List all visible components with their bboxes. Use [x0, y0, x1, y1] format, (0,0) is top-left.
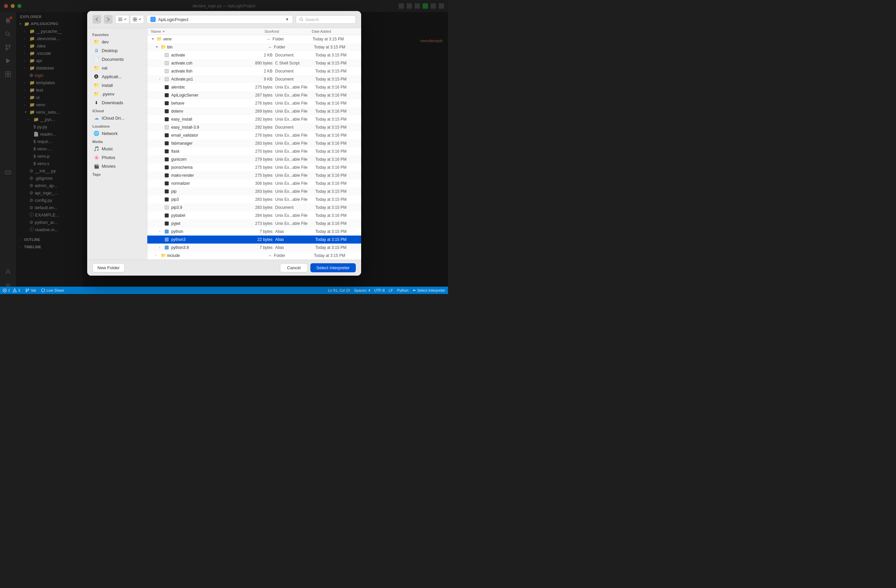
doc-icon-easy-install-39 [165, 125, 169, 129]
svg-point-26 [28, 289, 29, 290]
file-row-jsonschema[interactable]: jsonschema 275 bytes Unix Ex...able File… [147, 163, 361, 171]
doc-icon-activate [165, 53, 169, 57]
exec-icon-jsonschema [165, 165, 169, 169]
file-row-activate[interactable]: activate 2 KB Document Today at 3:15 PM [147, 51, 361, 59]
file-row-activate-csh[interactable]: activate.csh 890 bytes C Shell Script To… [147, 59, 361, 67]
sidebar-nav-downloads[interactable]: ⬇ Downloads [88, 98, 146, 107]
file-row-email-validator[interactable]: email_validator 276 bytes Unix Ex...able… [147, 131, 361, 139]
svg-point-25 [26, 289, 27, 290]
svg-line-21 [302, 20, 303, 21]
new-folder-button[interactable]: New Folder [93, 263, 125, 272]
sidebar-nav-install[interactable]: 📁 install [88, 81, 146, 90]
sidebar-nav-music[interactable]: 🎵 Music [88, 144, 146, 153]
folder-icon-dev: 📁 [94, 39, 99, 44]
doc-icon-activate-ps1 [165, 77, 169, 81]
sidebar-nav-movies[interactable]: 🎬 Movies [88, 162, 146, 171]
network-label: Network [102, 131, 118, 136]
location-text: ApiLogicProject [158, 17, 188, 22]
file-row-include[interactable]: › 📁 include -- Folder Today at 3:15 PM [147, 251, 361, 260]
grid-view-button[interactable] [130, 15, 144, 24]
nav-back-button[interactable] [93, 15, 101, 24]
chevron-venv: ▼ [151, 37, 155, 41]
file-row-dotenv[interactable]: dotenv 269 bytes Unix Ex...able File Tod… [147, 107, 361, 115]
sidebar-nav-pyenv[interactable]: 📁 .pyenv [88, 90, 146, 98]
file-row-easy-install-39[interactable]: easy_install-3.9 292 bytes Document Toda… [147, 123, 361, 131]
dialog-content: Favorites 📁 dev 🖥 Desktop 📄 Documents 📁 … [87, 28, 361, 260]
location-bar[interactable]: ApiLogicProject ▼ [147, 15, 293, 24]
status-errors[interactable]: ✕ 1 ! 3 [3, 288, 20, 292]
status-live-share[interactable]: Live Share [41, 288, 64, 292]
file-row-easy-install[interactable]: easy_install 292 bytes Unix Ex...able Fi… [147, 115, 361, 123]
file-row-bin[interactable]: ▼ 📁 bin -- Folder Today at 3:15 PM [147, 43, 361, 51]
exec-icon-alembic [165, 85, 169, 89]
svg-rect-16 [133, 17, 135, 19]
file-row-python[interactable]: › python 7 bytes Alias Today at 3:15 PM [147, 227, 361, 236]
column-date[interactable]: Date Added [312, 29, 357, 34]
search-box[interactable]: Search [296, 15, 356, 24]
svg-rect-18 [133, 20, 135, 21]
exec-icon-easy-install [165, 117, 169, 121]
favorites-title: Favorites [87, 31, 147, 37]
file-list-panel: Name Size Kind Date Added ▼ 📁 venv [147, 28, 361, 260]
list-view-button[interactable] [115, 15, 129, 24]
file-row-pip39[interactable]: pip3.9 283 bytes Document Today at 3:15 … [147, 203, 361, 212]
svg-point-20 [300, 18, 302, 20]
sidebar-nav-network[interactable]: 🌐 Network [88, 129, 146, 138]
file-row-apilogicserver[interactable]: ApiLogicServer 287 bytes Unix Ex...able … [147, 91, 361, 99]
view-toggle [115, 15, 144, 24]
sidebar-nav-dev[interactable]: 📁 dev [88, 37, 146, 46]
status-position[interactable]: Ln 91, Col 23 [328, 288, 350, 292]
status-line-ending[interactable]: LF [389, 288, 393, 292]
sidebar-nav-photos[interactable]: 🌸 Photos [88, 153, 146, 162]
file-row-python39[interactable]: › python3.9 7 bytes Alias Today at 3:15 … [147, 244, 361, 251]
file-row-pybabel[interactable]: pybabel 284 bytes Unix Ex...able File To… [147, 212, 361, 219]
doc-icon-activate-csh [165, 61, 169, 65]
locations-title: Locations [87, 122, 147, 129]
status-interpreter[interactable]: Select Interpreter [413, 288, 445, 292]
file-row-normalizer[interactable]: normalizer 306 bytes Unix Ex...able File… [147, 180, 361, 187]
status-branch[interactable]: Val [25, 288, 36, 292]
file-row-behave[interactable]: behave 276 bytes Unix Ex...able File Tod… [147, 99, 361, 107]
sidebar-nav-desktop[interactable]: 🖥 Desktop [88, 46, 146, 55]
status-encoding[interactable]: UTF-8 [374, 288, 384, 292]
sidebar-nav-documents[interactable]: 📄 Documents [88, 55, 146, 64]
exec-icon-flask [165, 149, 169, 153]
column-kind[interactable]: Kind [271, 29, 312, 34]
column-name[interactable]: Name [151, 29, 242, 34]
folder-icon-pyenv: 📁 [94, 91, 99, 96]
folder-icon-include: 📁 [161, 253, 166, 258]
file-row-venv[interactable]: ▼ 📁 venv -- Folder Today at 3:15 PM [147, 35, 361, 43]
file-row-python3[interactable]: python3 22 bytes Alias Today at 3:15 PM [147, 236, 361, 244]
file-row-mako-render[interactable]: mako-render 275 bytes Unix Ex...able Fil… [147, 171, 361, 180]
file-list-body: ▼ 📁 venv -- Folder Today at 3:15 PM ▼ 📁 [147, 35, 361, 260]
file-picker-dialog: ApiLogicProject ▼ Search Favorites 📁 dev… [87, 11, 361, 276]
file-row-flask[interactable]: flask 270 bytes Unix Ex...able File Toda… [147, 147, 361, 155]
folder-icon-desktop: 🖥 [94, 48, 99, 53]
doc-icon-pip39 [165, 206, 169, 209]
status-language[interactable]: Python [397, 288, 408, 292]
file-row-fabmanager[interactable]: fabmanager 283 bytes Unix Ex...able File… [147, 139, 361, 147]
alias-icon-python [165, 230, 169, 233]
cancel-button[interactable]: Cancel [280, 263, 307, 272]
select-interpreter-button[interactable]: Select Interpreter [310, 263, 356, 272]
column-size[interactable]: Size [242, 29, 271, 34]
alias-icon-python39 [165, 245, 169, 250]
sidebar-nav-val[interactable]: 📁 val [88, 64, 146, 72]
alias-icon-python3 [165, 238, 169, 242]
file-row-pip[interactable]: pip 283 bytes Unix Ex...able File Today … [147, 187, 361, 195]
file-row-activate-fish[interactable]: activate.fish 2 KB Document Today at 3:1… [147, 67, 361, 75]
file-row-pyjwt[interactable]: pyjwt 273 bytes Unix Ex...able File Toda… [147, 219, 361, 227]
svg-rect-17 [135, 17, 137, 19]
search-placeholder: Search [305, 17, 319, 22]
file-row-alembic[interactable]: alembic 275 bytes Unix Ex...able File To… [147, 83, 361, 91]
exec-icon-pyjwt [165, 221, 169, 225]
file-row-gunicorn[interactable]: gunicorn 279 bytes Unix Ex...able File T… [147, 155, 361, 163]
exec-icon-normalizer [165, 181, 169, 186]
sidebar-nav-applications[interactable]: 🅐 Applicati... [88, 72, 146, 81]
status-spaces[interactable]: Spaces: 4 [354, 288, 370, 292]
file-row-activate-ps1[interactable]: › Activate.ps1 9 KB Document Today at 3:… [147, 75, 361, 83]
doc-icon-documents: 📄 [94, 56, 99, 62]
file-row-pip3[interactable]: pip3 283 bytes Unix Ex...able File Today… [147, 195, 361, 203]
nav-forward-button[interactable] [104, 15, 113, 24]
sidebar-nav-icloud[interactable]: ☁ iCloud Dri... [88, 114, 146, 122]
